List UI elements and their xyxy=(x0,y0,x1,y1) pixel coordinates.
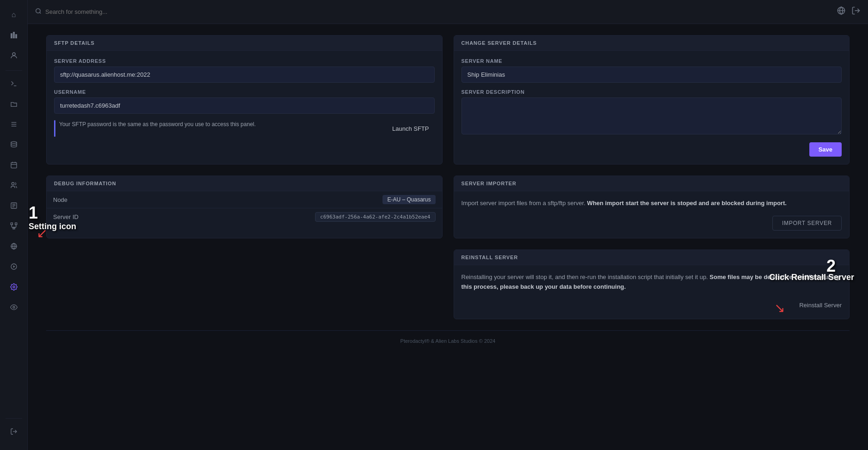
logs-icon[interactable] xyxy=(5,196,23,215)
server-name-label: SERVER NAME xyxy=(461,58,842,64)
sidebar: ⌂ xyxy=(0,0,28,450)
server-address-value: sftp://quasarus.alienhost.me:2022 xyxy=(54,67,435,83)
debug-info-card: DEBUG INFORMATION Node E-AU – Quasarus S… xyxy=(46,176,443,238)
node-value-cell: E-AU – Quasarus xyxy=(135,191,442,208)
node-label-cell: Node xyxy=(47,191,135,208)
chart-icon[interactable] xyxy=(5,26,23,44)
play-icon[interactable] xyxy=(5,257,23,276)
sftp-details-body: SERVER ADDRESS sftp://quasarus.alienhost… xyxy=(47,51,442,144)
reinstall-server-card: REINSTALL SERVER Reinstalling your serve… xyxy=(454,249,850,320)
username-label: USERNAME xyxy=(54,89,435,95)
server-id-label-cell: Server ID xyxy=(47,208,135,226)
reinstall-server-header: REINSTALL SERVER xyxy=(454,250,850,265)
calendar-icon[interactable] xyxy=(5,156,23,174)
svg-rect-18 xyxy=(11,223,12,225)
import-description: Import server import files from a sftp/f… xyxy=(461,199,842,216)
server-name-input[interactable] xyxy=(461,67,842,83)
debug-table: Node E-AU – Quasarus Server ID c6963adf-… xyxy=(47,191,442,225)
import-server-button[interactable]: IMPORT SERVER xyxy=(772,216,842,231)
svg-point-3 xyxy=(12,53,15,55)
globe-topbar-icon[interactable] xyxy=(837,6,846,18)
globe-nav-icon[interactable] xyxy=(5,237,23,255)
svg-line-32 xyxy=(40,12,41,14)
top-cards-row: SFTP DETAILS SERVER ADDRESS sftp://quasa… xyxy=(46,35,850,164)
server-description-input[interactable] xyxy=(461,97,842,134)
server-description-label: SERVER DESCRIPTION xyxy=(461,89,842,95)
terminal-icon[interactable] xyxy=(5,74,23,93)
svg-point-31 xyxy=(36,9,40,13)
page-body: SFTP DETAILS SERVER ADDRESS sftp://quasa… xyxy=(28,24,868,450)
empty-slot xyxy=(46,249,443,320)
table-row: Server ID c6963adf-256a-4a62-afe2-2c4a1b… xyxy=(47,208,442,226)
svg-point-29 xyxy=(13,306,15,308)
save-btn-wrapper: Save xyxy=(461,142,842,157)
user-circle-icon[interactable] xyxy=(5,46,23,65)
network-icon[interactable] xyxy=(5,217,23,235)
svg-rect-1 xyxy=(13,32,15,38)
search-input[interactable] xyxy=(45,8,833,15)
settings-icon[interactable] xyxy=(5,278,23,296)
sftp-note-bar xyxy=(54,120,55,137)
users-icon[interactable] xyxy=(5,176,23,195)
svg-rect-2 xyxy=(15,34,17,38)
launch-sftp-button[interactable]: Launch SFTP xyxy=(387,122,435,135)
svg-rect-0 xyxy=(11,33,12,38)
server-importer-card: SERVER IMPORTER Import server import fil… xyxy=(454,176,850,238)
list-icon[interactable] xyxy=(5,115,23,134)
svg-point-13 xyxy=(12,182,14,185)
reinstall-server-body: Reinstalling your server will stop it, a… xyxy=(454,265,850,319)
table-row: Node E-AU – Quasarus xyxy=(47,191,442,208)
svg-rect-19 xyxy=(15,223,17,225)
server-importer-body: Import server import files from a sftp/f… xyxy=(454,191,850,238)
main-content: SFTP DETAILS SERVER ADDRESS sftp://quasa… xyxy=(28,0,868,450)
footer: Pterodactyl® & Alien Labs Studios © 2024 xyxy=(46,330,850,351)
svg-point-28 xyxy=(13,286,15,288)
database-icon[interactable] xyxy=(5,135,23,154)
node-badge: E-AU – Quasarus xyxy=(382,195,435,204)
server-importer-header: SERVER IMPORTER xyxy=(454,176,850,191)
logout-sidebar-icon[interactable] xyxy=(5,422,23,441)
server-id-badge: c6963adf-256a-4a62-afe2-2c4a1b52eae4 xyxy=(315,212,435,222)
sftp-details-header: SFTP DETAILS xyxy=(47,36,442,51)
topbar-right xyxy=(837,6,861,18)
sidebar-divider-2 xyxy=(6,418,22,419)
eye-icon[interactable] xyxy=(5,298,23,316)
home-icon[interactable]: ⌂ xyxy=(5,6,23,24)
change-server-header: CHANGE SERVER DETAILS xyxy=(454,36,850,51)
svg-point-8 xyxy=(11,141,17,143)
sftp-note-message: Your SFTP password is the same as the pa… xyxy=(59,120,256,128)
debug-info-header: DEBUG INFORMATION xyxy=(47,176,442,191)
reinstall-description: Reinstalling your server will stop it, a… xyxy=(461,273,842,299)
sidebar-divider-1 xyxy=(6,70,22,71)
username-value: turretedash7.c6963adf xyxy=(54,97,435,114)
change-server-card: CHANGE SERVER DETAILS SERVER NAME SERVER… xyxy=(454,35,850,164)
change-server-body: SERVER NAME SERVER DESCRIPTION Save xyxy=(454,51,850,164)
save-button[interactable]: Save xyxy=(809,142,842,157)
server-address-label: SERVER ADDRESS xyxy=(54,58,435,64)
logout-topbar-icon[interactable] xyxy=(851,6,861,18)
server-id-value-cell: c6963adf-256a-4a62-afe2-2c4a1b52eae4 xyxy=(135,208,442,226)
sftp-note: Your SFTP password is the same as the pa… xyxy=(54,120,435,137)
reinstall-server-button[interactable]: Reinstall Server xyxy=(799,299,842,311)
sftp-details-card: SFTP DETAILS SERVER ADDRESS sftp://quasa… xyxy=(46,35,443,164)
topbar xyxy=(28,0,868,24)
folder-icon[interactable] xyxy=(5,95,23,113)
svg-rect-9 xyxy=(11,163,17,168)
middle-cards-row: DEBUG INFORMATION Node E-AU – Quasarus S… xyxy=(46,176,850,238)
search-icon xyxy=(35,8,42,16)
bottom-cards-row: REINSTALL SERVER Reinstalling your serve… xyxy=(46,249,850,320)
svg-marker-27 xyxy=(13,265,15,268)
sftp-note-text-wrapper: Your SFTP password is the same as the pa… xyxy=(54,120,387,137)
